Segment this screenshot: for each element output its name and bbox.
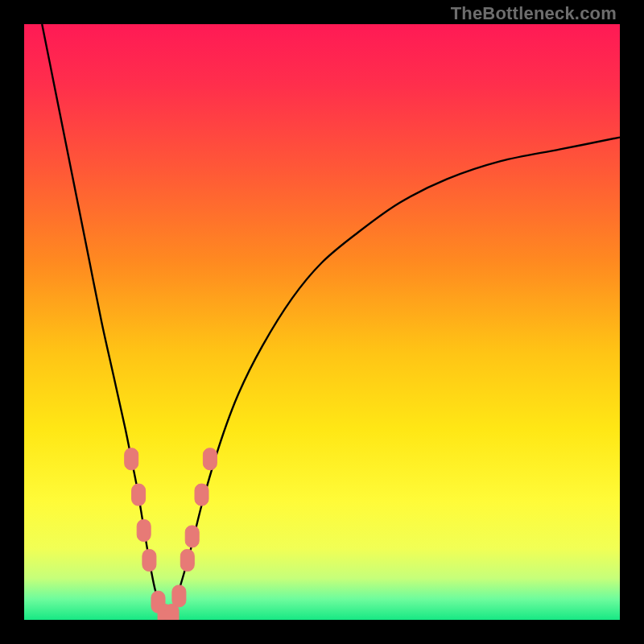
watermark-text: TheBottleneck.com — [451, 3, 617, 24]
chart-marker — [142, 550, 156, 572]
plot-area — [24, 24, 620, 620]
chart-marker — [185, 526, 199, 547]
chart-marker — [137, 520, 151, 542]
chart-marker — [172, 585, 186, 607]
chart-background — [24, 24, 620, 620]
bottleneck-chart — [24, 24, 620, 620]
outer-frame: TheBottleneck.com — [0, 0, 644, 644]
chart-marker — [125, 448, 138, 470]
chart-marker — [203, 448, 217, 470]
chart-marker — [132, 484, 146, 506]
chart-marker — [195, 484, 208, 506]
chart-marker — [180, 550, 194, 572]
